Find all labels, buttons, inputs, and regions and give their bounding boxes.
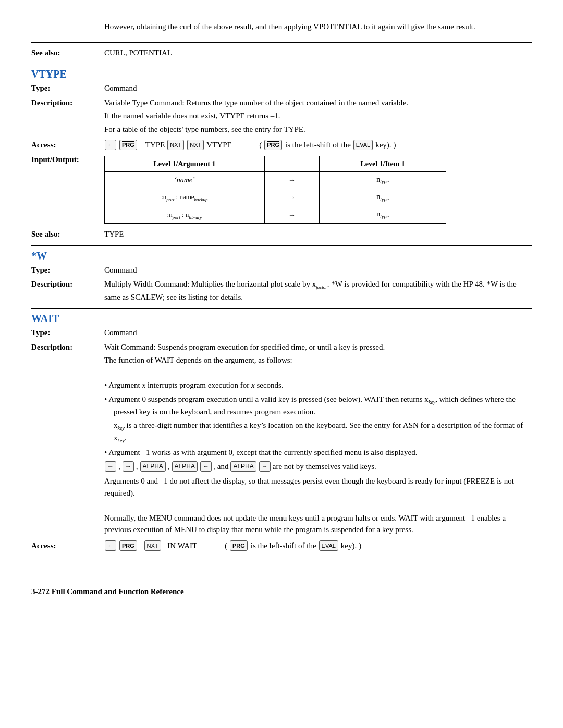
nxt-key2: NXT [187,140,204,150]
wait-bullet2-sub: xkey is a three-digit number that identi… [104,419,532,445]
wait-bullet1: Argument x interrupts program execution … [104,379,532,391]
w-type-row: Type: Command [31,264,532,276]
vtype-access-label: Access: [31,139,104,151]
vtype-desc-line1: Variable Type Command: Returns the type … [104,97,532,109]
wait-keys-and: and [217,461,229,473]
table-arg2: :nport : namebackup [105,189,265,206]
access-note: is the left-shift of the [285,139,351,151]
wait-title: WAIT [31,313,532,325]
vtype-io-row: Input/Output: Level 1/Argument 1 Level 1… [31,154,532,226]
io-table: Level 1/Argument 1 Level 1/Item 1 ‘name’… [104,156,446,224]
vtype-title: VTYPE [31,68,532,80]
wait-arg-note: Arguments 0 and –1 do not affect the dis… [104,475,532,499]
left-shift-key: ← [105,140,116,150]
wait-desc-line2: The function of WAIT depends on the argu… [104,354,532,366]
intro-text: However, obtaining the curl of the above… [104,22,475,31]
wait-access-note: is the left-shift of the [251,540,316,552]
w-type-label: Type: [31,264,104,276]
table-col2: Level 1/Item 1 [320,156,446,171]
w-desc-label: Description: [31,278,104,303]
vtype-desc-label: Description: [31,97,104,137]
w-desc-row: Description: Multiply Width Command: Mul… [31,278,532,303]
wait-prg-key: PRG [119,540,137,551]
vtype-type-row: Type: Command [31,82,532,94]
wait-access-content: ← PRG NXT IN WAIT (PRG is the left-shift… [104,540,532,552]
wait-desc-row: Description: Wait Command: Suspends prog… [31,341,532,537]
table-arg1: ‘name’ [105,171,265,189]
wait-desc-intro: Wait Command: Suspends program execution… [104,341,532,353]
eval-key: EVAL [353,140,373,150]
w-title: *W [31,250,532,262]
w-desc-content: Multiply Width Command: Multiplies the h… [104,278,532,303]
vtype-desc-line3: For a table of the objects' type numbers… [104,124,532,135]
vtype-access-content: ← PRG TYPE NXT NXT VTYPE (PRG is the lef… [104,139,532,151]
table-row: :nport : nlibrary → ntype [105,206,446,224]
prg-key2: PRG [264,140,282,150]
wait-desc-label: Description: [31,341,104,537]
wait-key-alpha-right: → [259,461,271,472]
table-arrow3: → [264,206,319,224]
wait-menu-note: Normally, the MENU command does not upda… [104,512,532,536]
table-row: ‘name’ → ntype [105,171,446,189]
w-type-value: Command [104,264,532,276]
wait-type-row: Type: Command [31,327,532,339]
footer: 3-272 Full Command and Function Referenc… [31,583,532,596]
wait-keys-line: ←, →, ALPHA, ALPHA←, and ALPHA→ are not … [104,461,532,473]
wait-bullet2: Argument 0 suspends program execution un… [104,393,532,418]
wait-key-alpha-leftshift: ← [200,461,212,472]
see-also-value: CURL, POTENTIAL [104,47,532,59]
wait-key-right: → [123,461,134,472]
vtype-io-content: Level 1/Argument 1 Level 1/Item 1 ‘name’… [104,154,532,226]
wait-access-label: Access: [31,540,104,552]
prg-key: PRG [119,140,137,150]
wait-nxt-key: NXT [144,540,161,551]
nxt-key1: NXT [167,140,184,150]
table-arg3: :nport : nlibrary [105,206,265,224]
table-result3: ntype [320,206,446,224]
vtype-seealso-row: See also: TYPE [31,228,532,240]
table-arrow1: → [264,171,319,189]
wait-key-alpha2: ALPHA [230,461,256,472]
vtype-seealso-label: See also: [31,228,104,240]
wait-access-suffix: key). [341,540,357,552]
vtype-see-also-row: See also: CURL, POTENTIAL [31,47,532,59]
table-result2: ntype [320,189,446,206]
vtype-desc-content: Variable Type Command: Returns the type … [104,97,532,137]
access-suffix: key). [375,139,391,151]
vtype-section: VTYPE Type: Command Description: Variabl… [31,64,532,240]
vtype-seealso-value: TYPE [104,228,532,240]
wait-keys-note: are not by themselves valid keys. [273,461,376,473]
see-also-label: See also: [31,47,104,59]
table-arrow2: → [264,189,319,206]
table-arrow-header [264,156,319,171]
wait-desc-content: Wait Command: Suspends program execution… [104,341,532,537]
intro-paragraph: However, obtaining the curl of the above… [31,21,532,33]
table-row: :nport : namebackup → ntype [105,189,446,206]
table-col1: Level 1/Argument 1 [105,156,265,171]
wait-prg-key2: PRG [230,540,248,551]
wait-key-alpha1: ALPHA [140,461,166,472]
vtype-io-label: Input/Output: [31,154,104,226]
vtype-desc-row: Description: Variable Type Command: Retu… [31,97,532,137]
wait-bullet3: Argument –1 works as with argument 0, ex… [104,447,532,459]
vtype-type-label: Type: [31,82,104,94]
wait-access-cmd: IN WAIT [167,540,197,552]
vtype-access-row: Access: ← PRG TYPE NXT NXT VTYPE (PRG is… [31,139,532,151]
vtype-type-value: Command [104,82,532,94]
vtype-desc-line2: If the named variable does not exist, VT… [104,110,532,122]
wait-type-value: Command [104,327,532,339]
wait-left-shift-key: ← [105,540,116,551]
wait-section: WAIT Type: Command Description: Wait Com… [31,308,532,551]
w-section: *W Type: Command Description: Multiply W… [31,245,532,303]
wait-eval-key: EVAL [319,540,338,551]
wait-key-leftshift: ← [105,461,116,472]
wait-key-alpha-left: ALPHA [172,461,198,472]
wait-access-row: Access: ← PRG NXT IN WAIT (PRG is the le… [31,540,532,552]
wait-type-label: Type: [31,327,104,339]
footer-text: 3-272 Full Command and Function Referenc… [31,587,184,596]
table-result1: ntype [320,171,446,189]
